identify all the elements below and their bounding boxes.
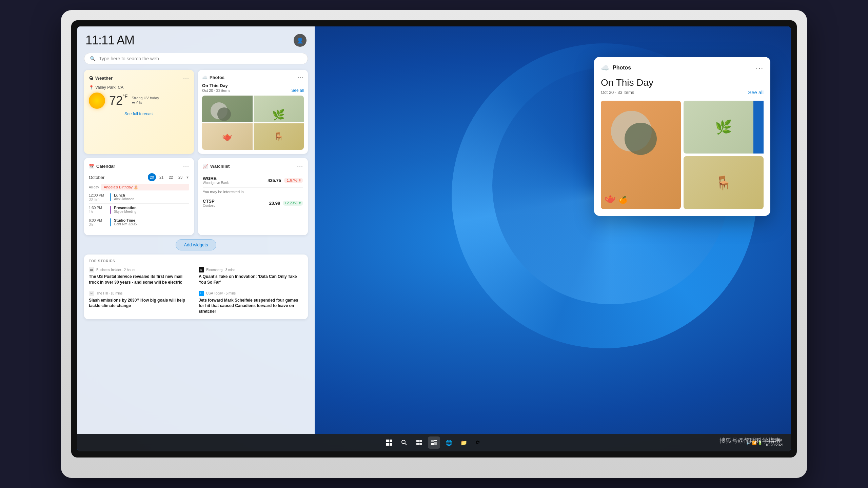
watchlist-more-button[interactable]: ··· <box>297 163 303 170</box>
popup-teapot-icon: 🫖 <box>604 193 616 204</box>
watermark: 搜狐号@简明科学指南 <box>719 436 781 445</box>
calendar-events: 12:00 PM 30 min Lunch Alex Johnson <box>89 193 189 228</box>
story-1-headline: The US Postal Service revealed its first… <box>89 274 193 285</box>
photos-cloud-icon: ☁️ <box>202 75 208 80</box>
popup-on-this-day: On This Day <box>601 77 764 88</box>
popup-more-button[interactable]: ··· <box>756 64 764 72</box>
popup-title-row: ☁️ Photos <box>601 64 631 72</box>
search-taskbar-button[interactable] <box>398 436 410 449</box>
taskbar-center: 🌐 📁 🛍 <box>383 436 485 449</box>
weather-card-title: 🌤 Weather <box>89 76 113 81</box>
photos-grid: 🌿 🫖 🪑 <box>202 96 304 150</box>
event-dot <box>110 193 111 201</box>
photo-item-2[interactable]: 🌿 <box>254 96 304 122</box>
svg-rect-3 <box>390 443 392 446</box>
teapot-icon: 🫖 <box>222 132 232 141</box>
story-3-source: H The Hill · 18 mins <box>89 291 193 296</box>
screen: 11:11 AM 👤 🔍 Type here to search the web… <box>77 26 791 451</box>
story-2-source: B Bloomberg · 3 mins <box>199 267 303 272</box>
svg-rect-2 <box>386 443 389 446</box>
photos-widget: ☁️ Photos ··· On This Day Oct 20 <box>198 70 308 154</box>
svg-rect-1 <box>390 440 392 442</box>
search-icon: 🔍 <box>90 56 96 61</box>
story-3-headline: Slash emissions by 2030? How big goals w… <box>89 298 193 309</box>
photos-date-items: Oct 20 · 33 items <box>202 88 230 93</box>
weather-icon: 🌤 <box>89 76 93 81</box>
popup-pillow-icon: 🪑 <box>715 175 732 191</box>
svg-rect-8 <box>416 443 419 445</box>
svg-rect-12 <box>431 443 434 445</box>
widgets-button[interactable] <box>428 436 440 449</box>
plant-icon: 🌿 <box>272 109 285 121</box>
popup-photos-grid: 🫖 🍊 🌿 🪑 <box>601 101 764 209</box>
file-explorer-button[interactable]: 📁 <box>458 436 470 449</box>
taskbar: 🌐 📁 🛍 🔊 📶 🔋 11:11 AM 10/20/2021 <box>77 434 791 451</box>
calendar-more-button[interactable]: ··· <box>183 163 189 170</box>
svg-point-4 <box>402 440 405 444</box>
calendar-nav-dates: 20 21 22 23 ▼ <box>148 173 189 181</box>
photos-more-button[interactable]: ··· <box>298 74 304 81</box>
laptop: 11:11 AM 👤 🔍 Type here to search the web… <box>61 10 807 478</box>
watchlist-interested-label: You may be interested in <box>203 188 303 196</box>
photo-item-1[interactable] <box>202 96 253 122</box>
story-2[interactable]: B Bloomberg · 3 mins A Quant's Take on I… <box>199 267 303 285</box>
calendar-month: October <box>89 175 104 180</box>
watchlist-card-header: 📈 Watchlist ··· <box>203 163 303 170</box>
popup-plant-icon: 🌿 <box>715 119 732 135</box>
photos-title-section: On This Day Oct 20 · 33 items See all <box>202 83 304 93</box>
popup-see-all-link[interactable]: See all <box>748 89 764 95</box>
story-4[interactable]: U USA Today · 5 mins Jets forward Mark S… <box>199 291 303 314</box>
photo-circle-2 <box>217 107 231 121</box>
ctsp-change: +2.23% ⬆ <box>283 201 303 206</box>
cal-date-23[interactable]: 23 <box>176 173 184 181</box>
popup-header: ☁️ Photos ··· <box>601 64 764 72</box>
cal-date-21[interactable]: 21 <box>157 173 165 181</box>
popup-teapot-area: 🫖 🍊 <box>604 193 677 204</box>
calendar-event-presentation: 1:30 PM 1h Presentation Skype Meeting <box>89 206 189 216</box>
thehill-icon: H <box>89 291 94 296</box>
story-3[interactable]: H The Hill · 18 mins Slash emissions by … <box>89 291 193 314</box>
search-bar[interactable]: 🔍 Type here to search the web <box>84 53 308 64</box>
cal-date-22[interactable]: 22 <box>167 173 175 181</box>
photos-card-title: ☁️ Photos <box>202 75 224 80</box>
watchlist-item-wgrb: WGRB Woodgrove Bank 435.75 -1.67% ⬇ <box>203 173 303 188</box>
photo-item-3[interactable]: 🫖 <box>202 123 253 150</box>
calendar-event-studio: 6:00 PM 3h Studio Time Conf Rm 32/35 <box>89 218 189 228</box>
user-avatar[interactable]: 👤 <box>294 34 307 47</box>
story-4-source: U USA Today · 5 mins <box>199 291 303 296</box>
photo-item-4[interactable]: 🪑 <box>254 123 304 150</box>
widget-panel: 11:11 AM 👤 🔍 Type here to search the web… <box>77 26 315 434</box>
popup-circle-2 <box>625 123 657 155</box>
usatoday-icon: U <box>199 291 204 296</box>
svg-rect-11 <box>434 440 437 441</box>
popup-plant-photo[interactable]: 🌿 <box>684 101 764 154</box>
task-view-button[interactable] <box>413 436 425 449</box>
popup-app-name: Photos <box>613 65 631 71</box>
svg-line-5 <box>405 443 407 445</box>
watchlist-item-ctsp: CTSP Contoso 23.98 +2.23% ⬆ <box>203 196 303 210</box>
cal-chevron-icon[interactable]: ▼ <box>186 176 189 179</box>
weather-temperature: 72°F <box>109 94 127 108</box>
store-button[interactable]: 🛍 <box>473 436 485 449</box>
cal-date-20[interactable]: 20 <box>148 173 156 181</box>
search-placeholder: Type here to search the web <box>99 56 159 61</box>
watchlist-icon: 📈 <box>203 164 208 169</box>
story-1[interactable]: BI Business Insider · 2 hours The US Pos… <box>89 267 193 285</box>
watchlist-card-title: 📈 Watchlist <box>203 164 230 169</box>
top-stories-label: TOP STORIES <box>89 259 303 263</box>
widget-time: 11:11 AM <box>85 33 134 47</box>
forecast-link[interactable]: See full forecast <box>89 111 189 116</box>
photos-see-all-link[interactable]: See all <box>291 88 304 93</box>
location-pin-icon: 📍 <box>89 85 94 90</box>
edge-button[interactable]: 🌐 <box>443 436 455 449</box>
start-button[interactable] <box>383 436 395 449</box>
story-2-headline: A Quant's Take on Innovation: 'Data Can … <box>199 274 303 285</box>
popup-main-photo[interactable]: 🫖 🍊 <box>601 101 681 209</box>
popup-pillow-photo[interactable]: 🪑 <box>684 156 764 209</box>
photos-popup: ☁️ Photos ··· On This Day Oct 20 · 33 it… <box>594 57 770 216</box>
story-1-source: BI Business Insider · 2 hours <box>89 267 193 272</box>
bloomberg-icon: B <box>199 267 204 272</box>
add-widgets-button[interactable]: Add widgets <box>176 239 217 250</box>
weather-card-header: 🌤 Weather ··· <box>89 75 189 82</box>
weather-more-button[interactable]: ··· <box>183 75 189 82</box>
